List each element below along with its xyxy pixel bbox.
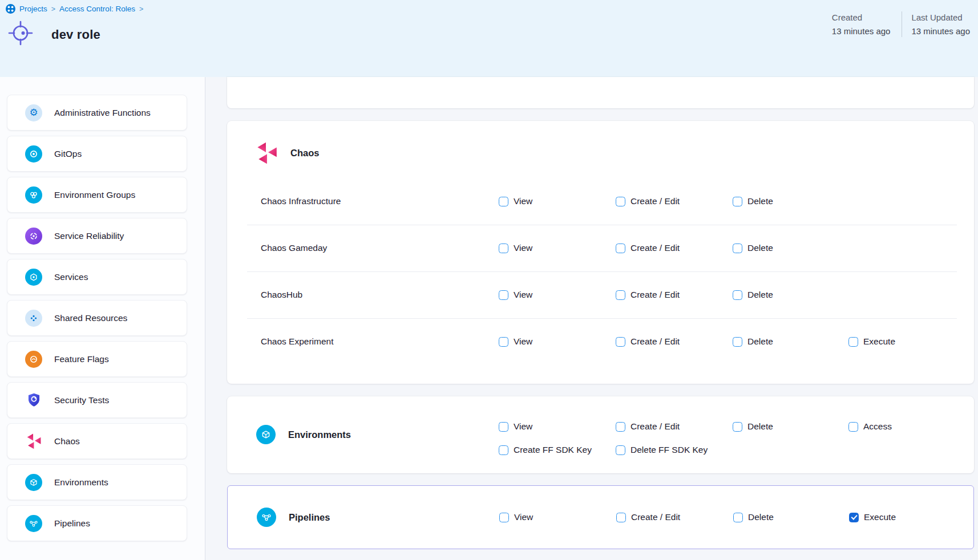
- permission-environments-view[interactable]: View: [499, 421, 532, 432]
- sidebar-item-label: Feature Flags: [54, 354, 109, 364]
- permission-environments-create-edit[interactable]: Create / Edit: [616, 421, 680, 432]
- created-label: Created: [832, 13, 891, 22]
- row-divider: [247, 318, 957, 319]
- permission-environments-delete-ff-sdk-key[interactable]: Delete FF SDK Key: [616, 445, 708, 455]
- checkbox-pipelines-create-edit[interactable]: [616, 513, 626, 522]
- sidebar-item-administrative-functions[interactable]: ⚙Administrative Functions: [7, 95, 187, 131]
- checkbox-environments-create-ff-sdk-key[interactable]: [499, 445, 508, 455]
- checkbox-chaos-infrastructure-view[interactable]: [499, 197, 508, 206]
- permission-pipelines-execute[interactable]: Execute: [849, 512, 896, 522]
- checkbox-chaos-gameday-view[interactable]: [499, 244, 508, 253]
- pipelines-permissions-card[interactable]: PipelinesViewCreate / EditDeleteExecute: [227, 485, 974, 549]
- permission-chaos-experiment-create-edit[interactable]: Create / Edit: [616, 336, 680, 347]
- breadcrumb-projects-link[interactable]: Projects: [19, 5, 47, 13]
- gear-icon: ⚙: [25, 104, 42, 121]
- permission-chaoshub-create-edit[interactable]: Create / Edit: [616, 290, 680, 300]
- permission-row-chaos-infrastructure: Chaos InfrastructureViewCreate / EditDel…: [227, 178, 974, 225]
- checkbox-chaos-infrastructure-create-edit[interactable]: [616, 197, 625, 206]
- environments-icon: [29, 478, 38, 487]
- environments-permissions-card: EnvironmentsViewCreate / EditDeleteAcces…: [227, 396, 974, 473]
- permission-chaos-gameday-view[interactable]: View: [499, 243, 532, 253]
- checkbox-label: Delete: [747, 196, 773, 206]
- checkbox-label: Create / Edit: [631, 421, 680, 432]
- sidebar-item-security-tests[interactable]: Security Tests: [7, 382, 187, 418]
- services-icon: [29, 273, 38, 282]
- permission-line: ViewCreate / EditDeleteAccess: [227, 419, 974, 434]
- resource-label: ChaosHub: [261, 290, 302, 300]
- checkbox-environments-create-edit[interactable]: [616, 422, 625, 432]
- chaos-icon: [256, 142, 278, 164]
- checkbox-environments-access[interactable]: [848, 422, 858, 432]
- chaos-icon: [25, 433, 42, 450]
- permission-environments-access[interactable]: Access: [848, 421, 892, 432]
- checkbox-pipelines-execute-checked[interactable]: [849, 513, 859, 522]
- sidebar-item-feature-flags[interactable]: Feature Flags: [7, 341, 187, 377]
- sidebar-item-environments[interactable]: Environments: [7, 464, 187, 500]
- checkbox-environments-delete[interactable]: [733, 422, 742, 432]
- permission-chaos-experiment-view[interactable]: View: [499, 336, 532, 347]
- permission-chaoshub-delete[interactable]: Delete: [733, 290, 773, 300]
- sidebar-item-gitops[interactable]: GitOps: [7, 136, 187, 172]
- permission-chaos-experiment-execute[interactable]: Execute: [848, 336, 895, 347]
- permission-chaos-infrastructure-delete[interactable]: Delete: [733, 196, 773, 206]
- checkbox-chaoshub-view[interactable]: [499, 290, 508, 300]
- shared-resources-icon: [25, 310, 42, 327]
- checkbox-chaos-experiment-delete[interactable]: [733, 337, 742, 347]
- checkbox-chaos-experiment-view[interactable]: [499, 337, 508, 347]
- service-reliability-icon: [25, 228, 42, 245]
- sidebar-item-label: Services: [54, 272, 88, 282]
- permission-pipelines-view[interactable]: View: [499, 512, 533, 522]
- checkbox-label: View: [514, 290, 532, 300]
- checkbox-environments-view[interactable]: [499, 422, 508, 432]
- shared-resources-icon: [29, 314, 38, 323]
- checkbox-chaos-gameday-delete[interactable]: [733, 244, 742, 253]
- last-updated-value: 13 minutes ago: [911, 26, 970, 36]
- sidebar-item-services[interactable]: Services: [7, 259, 187, 295]
- permission-chaos-gameday-delete[interactable]: Delete: [733, 243, 773, 253]
- permission-chaos-experiment-delete[interactable]: Delete: [733, 336, 773, 347]
- permission-chaoshub-view[interactable]: View: [499, 290, 532, 300]
- chaos-permission-rows: Chaos InfrastructureViewCreate / EditDel…: [227, 178, 974, 365]
- checkbox-pipelines-view[interactable]: [499, 513, 509, 522]
- checkbox-chaoshub-delete[interactable]: [733, 290, 742, 300]
- checkbox-chaos-gameday-create-edit[interactable]: [616, 244, 625, 253]
- sidebar-item-label: Chaos: [54, 436, 80, 447]
- feature-flags-icon: [29, 355, 38, 364]
- sidebar-item-pipelines[interactable]: Pipelines: [7, 505, 187, 541]
- checkbox-label: Access: [863, 421, 892, 432]
- checkbox-label: View: [514, 512, 533, 522]
- checkbox-label: View: [514, 243, 532, 253]
- sidebar-item-label: GitOps: [54, 149, 82, 159]
- sidebar-item-service-reliability[interactable]: Service Reliability: [7, 218, 187, 254]
- permission-chaos-gameday-create-edit[interactable]: Create / Edit: [616, 243, 680, 253]
- checkbox-chaoshub-create-edit[interactable]: [616, 290, 625, 300]
- sidebar-item-label: Environments: [54, 477, 108, 488]
- checkbox-chaos-infrastructure-delete[interactable]: [733, 197, 742, 206]
- permission-pipelines-delete[interactable]: Delete: [733, 512, 774, 522]
- chaos-permissions-card: ChaosChaos InfrastructureViewCreate / Ed…: [227, 121, 974, 384]
- checkbox-label: Create / Edit: [631, 196, 680, 206]
- checkbox-chaos-experiment-create-edit[interactable]: [616, 337, 625, 347]
- permission-chaos-infrastructure-view[interactable]: View: [499, 196, 532, 206]
- sidebar-item-chaos[interactable]: Chaos: [7, 423, 187, 459]
- breadcrumb-roles-link[interactable]: Access Control: Roles: [59, 5, 135, 13]
- checkbox-label: Delete: [748, 512, 774, 522]
- permission-row-chaos-experiment: Chaos ExperimentViewCreate / EditDeleteE…: [227, 318, 974, 365]
- sidebar-item-environment-groups[interactable]: Environment Groups: [7, 177, 187, 213]
- sidebar-item-shared-resources[interactable]: Shared Resources: [7, 300, 187, 336]
- last-updated-meta: Last Updated 13 minutes ago: [902, 11, 978, 37]
- permission-pipelines-create-edit[interactable]: Create / Edit: [616, 512, 680, 522]
- role-meta: Created 13 minutes ago Last Updated 13 m…: [823, 11, 978, 37]
- permission-environments-delete[interactable]: Delete: [733, 421, 773, 432]
- permission-chaos-infrastructure-create-edit[interactable]: Create / Edit: [616, 196, 680, 206]
- permission-environments-create-ff-sdk-key[interactable]: Create FF SDK Key: [499, 445, 592, 455]
- resource-group-sidebar: ⚙Administrative FunctionsGitOpsEnvironme…: [0, 77, 205, 560]
- checkbox-chaos-experiment-execute[interactable]: [848, 337, 858, 347]
- permission-line: Create FF SDK KeyDelete FF SDK Key: [227, 443, 974, 457]
- checkbox-environments-delete-ff-sdk-key[interactable]: [616, 445, 625, 455]
- resource-label: Chaos Infrastructure: [261, 196, 341, 206]
- services-icon: [25, 269, 42, 286]
- harness-logo-icon: [6, 4, 15, 14]
- gitops-icon: [29, 149, 38, 159]
- checkbox-pipelines-delete[interactable]: [733, 513, 743, 522]
